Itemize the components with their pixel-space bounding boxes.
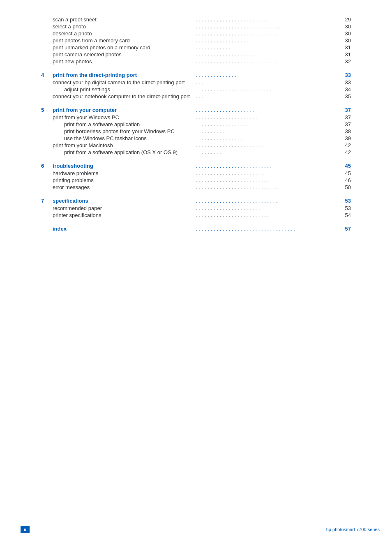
- toc-chapter-heading: 4 print from the direct-printing port . …: [41, 72, 351, 78]
- toc-item-text: printing problems: [53, 177, 195, 183]
- toc-section-index: index . . . . . . . . . . . . . . . . . …: [41, 226, 351, 232]
- toc-item-text: print from a software application: [64, 121, 201, 127]
- toc-chapter-page: 45: [339, 163, 351, 169]
- toc-dots: . . . . . . . . . . . . . . . . . . . .: [196, 107, 339, 113]
- toc-chapter-heading: index . . . . . . . . . . . . . . . . . …: [41, 226, 351, 232]
- toc-chapter-heading: 7 specifications . . . . . . . . . . . .…: [41, 198, 351, 204]
- footer-product-name: hp photosmart 7700 series: [326, 527, 380, 532]
- toc-page-num: 30: [339, 37, 351, 44]
- toc-item-text: print borderless photos from your Window…: [64, 128, 201, 134]
- toc-item-text: print unmarked photos on a memory card: [53, 44, 195, 51]
- toc-page-num: 35: [339, 93, 351, 99]
- toc-page-num: 42: [339, 149, 351, 155]
- toc-dots: . . . . . . . . . . . . . . . . . . . . …: [202, 86, 339, 92]
- toc-section-6: 6 troubleshooting . . . . . . . . . . . …: [41, 163, 351, 190]
- toc-section-5: 5 print from your computer . . . . . . .…: [41, 107, 351, 155]
- toc-item-text: print new photos: [53, 58, 195, 65]
- toc-row: scan a proof sheet . . . . . . . . . . .…: [41, 16, 351, 23]
- footer-page-label: ii: [21, 526, 30, 533]
- toc-row: print from your Macintosh . . . . . . . …: [41, 142, 351, 148]
- toc-dots: . . . . . . . . . . . . . . . . . . . . …: [196, 170, 339, 176]
- page: scan a proof sheet . . . . . . . . . . .…: [0, 0, 392, 543]
- toc-chapter-page: 37: [339, 107, 351, 113]
- toc-dots: . . .: [196, 79, 339, 85]
- toc-chapter-title: troubleshooting: [53, 163, 195, 169]
- toc-row: deselect a photo . . . . . . . . . . . .…: [41, 30, 351, 37]
- toc-page-num: 39: [339, 135, 351, 141]
- toc-page-num: 33: [339, 79, 351, 85]
- toc-chapter-title: specifications: [53, 198, 195, 204]
- toc-dots: . . . . . . . . . . . . . . . . . . . . …: [196, 198, 339, 204]
- toc-page-num: 42: [339, 142, 351, 148]
- toc-page-num: 38: [339, 128, 351, 134]
- toc-dots: . . . . . . . . . . . . . . . . . . . . …: [196, 212, 339, 218]
- toc-dots: . . . . . . . . . . . . . . . . . .: [196, 37, 339, 44]
- toc-item-text: hardware problems: [53, 170, 195, 176]
- toc-page-num: 46: [339, 177, 351, 183]
- toc-item-text: use the Windows PC taskbar icons: [64, 135, 201, 141]
- toc-page-num: 31: [339, 44, 351, 51]
- toc-item-text: deselect a photo: [53, 30, 195, 37]
- toc-row: error messages . . . . . . . . . . . . .…: [41, 184, 351, 190]
- toc-row: print from a software application . . . …: [41, 121, 351, 127]
- toc-page-num: 31: [339, 51, 351, 58]
- toc-row: connect your hp digital camera to the di…: [41, 79, 351, 85]
- toc-dots: . . . . . . . . . . . . . . . . . . . . …: [196, 226, 339, 232]
- toc-dots: . . . . . . . . . . . . . . . . . . . . …: [196, 205, 339, 211]
- toc-page-num: 37: [339, 121, 351, 127]
- toc-item-text: print camera-selected photos: [53, 51, 195, 58]
- toc-page-num: 54: [339, 212, 351, 218]
- toc-chapter-page: 33: [339, 72, 351, 78]
- toc-dots: . . . . . . . . . . . . . . . . . . . . …: [196, 177, 339, 183]
- toc-chapter-page: 57: [339, 226, 351, 232]
- toc-row: select a photo . . . . . . . . . . . . .…: [41, 23, 351, 30]
- toc-dots: . . . . . . . . . . . . . .: [196, 72, 339, 78]
- toc-item-text: adjust print settings: [64, 86, 201, 92]
- toc-row: use the Windows PC taskbar icons . . . .…: [41, 135, 351, 141]
- toc-item-text: print from your Windows PC: [53, 114, 195, 120]
- toc-page-num: 45: [339, 170, 351, 176]
- toc-dots: . . . . . . . . . . . . . . . . . . . . …: [196, 51, 339, 58]
- toc-row: print from your Windows PC . . . . . . .…: [41, 114, 351, 120]
- toc-item-text: print photos from a memory card: [53, 37, 195, 44]
- toc-page-num: 30: [339, 23, 351, 30]
- toc-dots: . . .: [196, 93, 339, 99]
- toc-dots: . . . . . . . . . . . . . . . . . . . . …: [196, 114, 339, 120]
- toc-page-num: 53: [339, 205, 351, 211]
- toc-page-num: 37: [339, 114, 351, 120]
- toc-dots: . . . . . . . . . . . . . . . . . . . . …: [196, 16, 339, 23]
- toc-page-num: 34: [339, 86, 351, 92]
- toc-row: connect your notebook computer to the di…: [41, 93, 351, 99]
- toc-chapter-heading: 5 print from your computer . . . . . . .…: [41, 107, 351, 113]
- toc-row: print photos from a memory card . . . . …: [41, 37, 351, 44]
- toc-row: print from a software application (OS X …: [41, 149, 351, 155]
- toc-chapter-title: index: [53, 226, 195, 232]
- toc-item-text: scan a proof sheet: [53, 16, 195, 23]
- toc-item-text: error messages: [53, 184, 195, 190]
- toc-dots: . . . . . . . . . . . . . . . . . . . . …: [196, 58, 339, 65]
- toc-chapter-num: 4: [41, 72, 53, 78]
- toc-dots: . . . . . . . . . . . . . . . . . . . . …: [196, 163, 339, 169]
- toc-dots: . . . . . . .: [202, 149, 339, 155]
- toc-page-num: 50: [339, 184, 351, 190]
- toc-row: hardware problems . . . . . . . . . . . …: [41, 170, 351, 176]
- toc-row: print borderless photos from your Window…: [41, 128, 351, 134]
- toc-chapter-heading: 6 troubleshooting . . . . . . . . . . . …: [41, 163, 351, 169]
- toc-item-text: select a photo: [53, 23, 195, 30]
- toc-section-0: scan a proof sheet . . . . . . . . . . .…: [41, 16, 351, 65]
- toc-item-text: printer specifications: [53, 212, 195, 218]
- toc-dots: . . . . . . . . . . . . . . . .: [202, 121, 339, 127]
- toc-dots: . . . . . . . . . . . . . . . . . . . . …: [196, 142, 339, 148]
- toc-page-num: 29: [339, 16, 351, 23]
- toc-dots: . . . . . . . . . . . . . . . . . . . . …: [196, 30, 339, 37]
- toc-item-text: print from your Macintosh: [53, 142, 195, 148]
- toc-row: recommended paper . . . . . . . . . . . …: [41, 205, 351, 211]
- toc-dots: . . . . . . . . . . . . . . . . . . . . …: [196, 23, 339, 30]
- toc-chapter-num: 7: [41, 198, 53, 204]
- toc-item-text: print from a software application (OS X …: [64, 149, 201, 155]
- footer: ii hp photosmart 7700 series: [0, 526, 392, 533]
- toc-page-num: 30: [339, 30, 351, 37]
- toc-item-text: recommended paper: [53, 205, 195, 211]
- toc-item-text: connect your hp digital camera to the di…: [53, 79, 195, 85]
- toc-section-7: 7 specifications . . . . . . . . . . . .…: [41, 198, 351, 218]
